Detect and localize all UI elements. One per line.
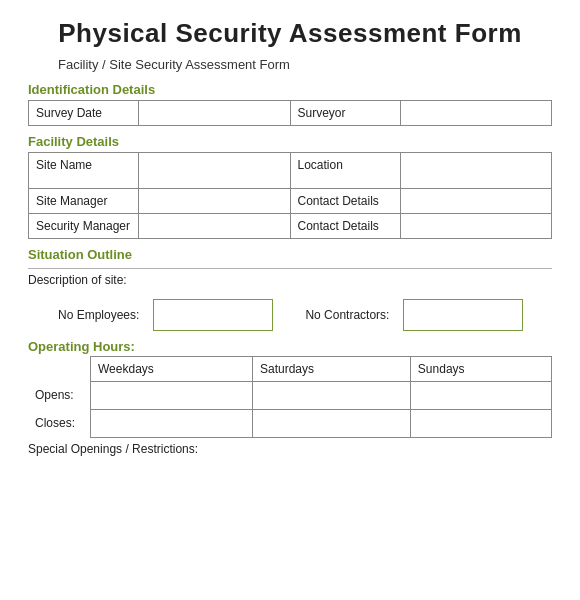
site-name-value[interactable] bbox=[139, 153, 291, 189]
no-employees-box[interactable] bbox=[153, 299, 273, 331]
opens-sundays[interactable] bbox=[410, 382, 551, 410]
no-employees-label: No Employees: bbox=[58, 308, 139, 322]
saturdays-header: Saturdays bbox=[252, 357, 410, 382]
location-value[interactable] bbox=[400, 153, 552, 189]
op-side-labels: Opens: Closes: bbox=[28, 356, 90, 435]
surveyor-label: Surveyor bbox=[290, 101, 400, 126]
surveyor-value[interactable] bbox=[400, 101, 552, 126]
weekdays-header: Weekdays bbox=[91, 357, 253, 382]
contact-details-2-label: Contact Details bbox=[290, 214, 400, 239]
page-title: Physical Security Assessment Form bbox=[28, 18, 552, 49]
sundays-header: Sundays bbox=[410, 357, 551, 382]
location-label: Location bbox=[290, 153, 400, 189]
site-manager-value[interactable] bbox=[139, 189, 291, 214]
operating-hours-container: Opens: Closes: Weekdays Saturdays Sunday… bbox=[28, 356, 552, 438]
employees-row: No Employees: No Contractors: bbox=[58, 299, 552, 331]
closes-sundays[interactable] bbox=[410, 410, 551, 438]
operating-table: Weekdays Saturdays Sundays bbox=[90, 356, 552, 438]
subtitle: Facility / Site Security Assessment Form bbox=[58, 57, 552, 72]
identification-table: Survey Date Surveyor bbox=[28, 100, 552, 126]
facility-table: Site Name Location Site Manager Contact … bbox=[28, 152, 552, 239]
site-manager-label: Site Manager bbox=[29, 189, 139, 214]
section-identification: Identification Details bbox=[28, 82, 552, 97]
closes-label: Closes: bbox=[28, 411, 90, 435]
no-contractors-label: No Contractors: bbox=[305, 308, 389, 322]
site-name-label: Site Name bbox=[29, 153, 139, 189]
opens-weekdays[interactable] bbox=[91, 382, 253, 410]
closes-saturdays[interactable] bbox=[252, 410, 410, 438]
section-situation: Situation Outline bbox=[28, 247, 552, 262]
survey-date-label: Survey Date bbox=[29, 101, 139, 126]
special-openings-label: Special Openings / Restrictions: bbox=[28, 442, 552, 456]
opens-saturdays[interactable] bbox=[252, 382, 410, 410]
section-operating: Operating Hours: bbox=[28, 339, 552, 354]
contact-details-1-label: Contact Details bbox=[290, 189, 400, 214]
contact-details-1-value[interactable] bbox=[400, 189, 552, 214]
survey-date-value[interactable] bbox=[139, 101, 291, 126]
opens-label: Opens: bbox=[28, 383, 90, 407]
description-label: Description of site: bbox=[28, 273, 552, 287]
no-contractors-box[interactable] bbox=[403, 299, 523, 331]
security-manager-label: Security Manager bbox=[29, 214, 139, 239]
closes-weekdays[interactable] bbox=[91, 410, 253, 438]
section-facility: Facility Details bbox=[28, 134, 552, 149]
contact-details-2-value[interactable] bbox=[400, 214, 552, 239]
situation-divider bbox=[28, 268, 552, 269]
security-manager-value[interactable] bbox=[139, 214, 291, 239]
